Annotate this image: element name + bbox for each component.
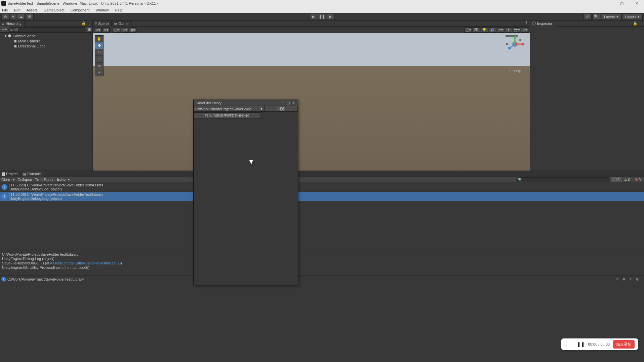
collapse-toggle[interactable]: Collapse: [17, 178, 32, 182]
source-link[interactable]: Assets/Scripts/Editor/SaveFileHistory.cs…: [50, 261, 121, 265]
hierarchy-item-camera[interactable]: ▣ Main Camera: [0, 38, 92, 43]
panel-lock-icon[interactable]: 🔒: [633, 21, 638, 26]
2d-toggle[interactable]: 2D: [473, 27, 480, 33]
account-dd-button[interactable]: ▾: [10, 14, 16, 20]
console-tab[interactable]: ▤ Console: [21, 171, 44, 177]
folder-icon: ▇: [2, 172, 5, 176]
hierarchy-item-label: Directional Light: [18, 44, 45, 48]
clear-dd[interactable]: ▾: [13, 177, 15, 182]
inspector-tab[interactable]: ⓘ Inspector: [530, 21, 555, 27]
tab-menu-icon[interactable]: ⋮: [525, 21, 528, 26]
menu-help[interactable]: Help: [115, 8, 122, 12]
minimize-button[interactable]: —: [600, 0, 614, 7]
audio-toggle[interactable]: 🔊: [489, 27, 496, 33]
cache-server-icon[interactable]: ◆: [622, 277, 627, 282]
clear-button[interactable]: Clear: [1, 178, 10, 182]
warn-badge[interactable]: ⚠0: [622, 177, 632, 182]
console-search-input[interactable]: 🔍: [516, 177, 610, 182]
create-dropdown[interactable]: ＋▾: [1, 27, 7, 32]
camera-button[interactable]: 📷▾: [513, 27, 520, 33]
path-dropdown[interactable]: C:\Work\PrivateProject\SaveFolde▾: [194, 106, 264, 112]
stop-recording-button[interactable]: 结束录制: [613, 340, 635, 349]
orientation-gizmo[interactable]: ≡ Persp: [503, 36, 527, 73]
step-button[interactable]: ▶|: [327, 14, 335, 20]
menu-assets[interactable]: Assets: [27, 8, 38, 12]
auto-refresh-icon[interactable]: ⟳: [616, 277, 620, 282]
error-badge[interactable]: ⊘0: [633, 177, 643, 182]
drag-handle-icon[interactable]: ⋮⋮: [565, 342, 573, 347]
panel-menu-icon[interactable]: ⋮: [639, 21, 643, 26]
search-button[interactable]: 🔍: [592, 14, 600, 20]
account-button[interactable]: ⊙: [1, 14, 9, 20]
layout-dropdown[interactable]: Layout▾: [622, 13, 643, 20]
expand-arrow-icon[interactable]: ▾: [5, 34, 7, 38]
console-line1: [11:53:20] C:/Work/PrivateProject/SaveFo…: [9, 183, 103, 187]
console-details: C:/Work/PrivateProject/SaveFolderTest/Li…: [0, 251, 644, 276]
hierarchy-tab[interactable]: ≡ Hierarchy: [0, 21, 25, 27]
hidden-toggle[interactable]: 👁: [505, 27, 512, 33]
savefilehistory-window[interactable]: SaveFileHistory ⋮ ▢ ✕ C:\Work\PrivatePro…: [193, 100, 298, 285]
menu-component[interactable]: Component: [70, 8, 89, 12]
hierarchy-scene-root[interactable]: ▾ ⬢ SampleScene: [0, 33, 92, 38]
scene-viewport[interactable]: ✋ ✥ ↻ ⤢ ▭ ✦ ≡: [93, 33, 530, 171]
menu-window[interactable]: Window: [95, 8, 109, 12]
rect-tool[interactable]: ▭: [95, 63, 103, 69]
screen-recorder[interactable]: ⋮⋮ ❚❚ 00:00 / 05:00 结束录制: [561, 338, 638, 350]
game-tab[interactable]: ▭ Game: [112, 21, 131, 27]
float-title-label: SaveFileHistory: [196, 101, 222, 105]
console-line2: UnityEngine.Debug:Log (object): [9, 187, 103, 191]
inspector-panel: ⓘ Inspector 🔒 ⋮: [530, 21, 644, 171]
transform-tool[interactable]: ✦: [95, 69, 103, 76]
pivot-mode-button[interactable]: ◫▾: [113, 27, 120, 33]
hierarchy-item-light[interactable]: ▣ Directional Light: [0, 43, 92, 48]
layers-dropdown[interactable]: Layers▾: [601, 13, 621, 20]
grid-snap-button[interactable]: ▦▾: [129, 27, 136, 33]
settings-gear-button[interactable]: ⚙: [26, 14, 34, 20]
hierarchy-tab-label: Hierarchy: [5, 22, 21, 26]
project-tab[interactable]: ▇ Project: [0, 171, 21, 177]
maximize-button[interactable]: ▢: [614, 0, 629, 7]
float-close-icon[interactable]: ✕: [291, 101, 296, 105]
menu-gameobject[interactable]: GameObject: [44, 8, 65, 12]
global-illumination-icon[interactable]: ✦: [629, 277, 634, 282]
shading-button[interactable]: ⊚▾: [102, 27, 110, 33]
print-path-button[interactable]: 打印当前选中的文件夹路径: [194, 112, 261, 118]
gizmos-dropdown[interactable]: ⊚▾: [521, 27, 528, 33]
menu-file[interactable]: File: [2, 8, 8, 12]
game-tab-label: Game: [118, 22, 128, 26]
draw-mode-button[interactable]: ▭▾: [94, 27, 102, 33]
close-button[interactable]: ✕: [629, 0, 644, 7]
pivot-rotation-button[interactable]: ⊕▾: [121, 27, 128, 33]
hand-tool[interactable]: ✋: [95, 36, 103, 42]
pause-button[interactable]: ❚❚: [318, 14, 326, 20]
hierarchy-search-input[interactable]: ◑ All: [8, 27, 86, 32]
error-pause-toggle[interactable]: Error Pause: [35, 178, 54, 182]
float-maximize-icon[interactable]: ▢: [286, 101, 290, 105]
fx-toggle[interactable]: ✦▾: [497, 27, 504, 33]
info-badge[interactable]: ⓘ2: [611, 177, 621, 182]
persp-label[interactable]: ≡ Persp: [503, 69, 527, 73]
menu-edit[interactable]: Edit: [14, 8, 21, 12]
rotate-tool[interactable]: ↻: [95, 49, 103, 56]
gizmo-size-button[interactable]: ◯▾: [465, 27, 472, 33]
scene-tab[interactable]: # Scene: [93, 21, 112, 27]
console-entry[interactable]: ! [11:53:26] C:/Work/PrivateProject/Save…: [0, 192, 644, 201]
hierarchy-icon: ≡: [2, 22, 4, 26]
scene-template-icon[interactable]: ▣: [88, 27, 91, 32]
move-tool[interactable]: ✥: [95, 42, 103, 49]
browse-button[interactable]: 浏览: [264, 106, 298, 112]
panel-menu-icon[interactable]: ⋮: [639, 171, 643, 177]
editor-dropdown[interactable]: Editor ▾: [57, 177, 70, 182]
progress-icon[interactable]: ◐: [636, 277, 641, 282]
lighting-toggle[interactable]: 💡: [481, 27, 488, 33]
panel-menu-icon[interactable]: ⋮: [87, 21, 91, 26]
pause-recording-button[interactable]: ❚❚: [577, 341, 585, 347]
undo-history-button[interactable]: ↺: [583, 14, 592, 20]
panel-lock-icon[interactable]: 🔒: [81, 21, 86, 26]
console-entry[interactable]: ! [11:53:20] C:/Work/PrivateProject/Save…: [0, 182, 644, 192]
float-menu-icon[interactable]: ⋮: [280, 101, 285, 105]
cloud-button[interactable]: ☁: [17, 14, 25, 20]
scale-tool[interactable]: ⤢: [95, 56, 103, 63]
main-toolbar: ⊙ ▾ ☁ ⚙ ▶ ❚❚ ▶| ↺ 🔍 Layers▾ Layout▾: [0, 13, 644, 21]
play-button[interactable]: ▶: [309, 14, 317, 20]
